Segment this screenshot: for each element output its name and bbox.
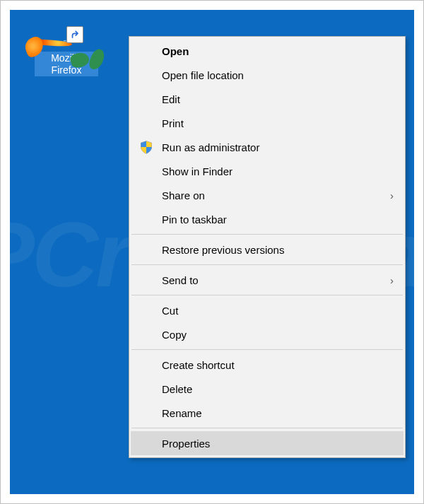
menu-label: Run as administrator [162, 141, 259, 153]
menu-label: Show in Finder [162, 165, 232, 177]
menu-item-share-on[interactable]: Share on › [131, 183, 404, 207]
firefox-shortcut[interactable]: Mozilla Firefox [35, 37, 98, 76]
menu-label: Properties [162, 438, 210, 450]
menu-item-pin-to-taskbar[interactable]: Pin to taskbar [131, 207, 404, 231]
menu-label: Share on [162, 189, 205, 201]
menu-item-create-shortcut[interactable]: Create shortcut [131, 353, 404, 377]
menu-label: Cut [162, 305, 178, 317]
menu-item-rename[interactable]: Rename [131, 401, 404, 425]
context-menu: Open Open file location Edit Print [129, 36, 406, 458]
menu-separator [131, 349, 403, 350]
menu-item-copy[interactable]: Copy [131, 322, 404, 346]
menu-item-open[interactable]: Open [131, 39, 404, 63]
menu-label: Open file location [162, 69, 244, 81]
menu-item-restore-previous-versions[interactable]: Restore previous versions [131, 238, 404, 262]
menu-item-delete[interactable]: Delete [131, 377, 404, 401]
submenu-arrow-icon: › [390, 274, 394, 286]
menu-item-run-as-administrator[interactable]: Run as administrator [131, 135, 404, 159]
menu-label: Open [162, 45, 189, 57]
menu-separator [131, 264, 403, 265]
menu-separator [131, 234, 403, 235]
uac-shield-icon [139, 140, 153, 154]
menu-separator [131, 295, 403, 295]
menu-label: Restore previous versions [162, 244, 284, 256]
menu-item-show-in-finder[interactable]: Show in Finder [131, 159, 404, 183]
submenu-arrow-icon: › [390, 189, 394, 201]
menu-item-open-file-location[interactable]: Open file location [131, 63, 404, 87]
menu-label: Send to [162, 274, 199, 286]
menu-label: Pin to taskbar [162, 213, 227, 225]
screenshot-frame: PCrisk.com Mozilla Firefox Open [0, 0, 424, 504]
menu-item-send-to[interactable]: Send to › [131, 268, 404, 292]
menu-label: Edit [162, 93, 180, 105]
menu-item-edit[interactable]: Edit [131, 87, 404, 111]
menu-label: Print [162, 117, 184, 129]
menu-label: Rename [162, 407, 202, 419]
menu-item-properties[interactable]: Properties [131, 431, 404, 455]
menu-label: Copy [162, 329, 187, 341]
menu-item-cut[interactable]: Cut [131, 298, 404, 322]
desktop[interactable]: PCrisk.com Mozilla Firefox Open [10, 10, 414, 494]
menu-label: Create shortcut [162, 359, 235, 371]
menu-item-print[interactable]: Print [131, 111, 404, 135]
shortcut-overlay-icon [66, 26, 83, 43]
firefox-icon-selection [64, 40, 69, 46]
menu-label: Delete [162, 383, 192, 395]
menu-separator [131, 428, 403, 428]
